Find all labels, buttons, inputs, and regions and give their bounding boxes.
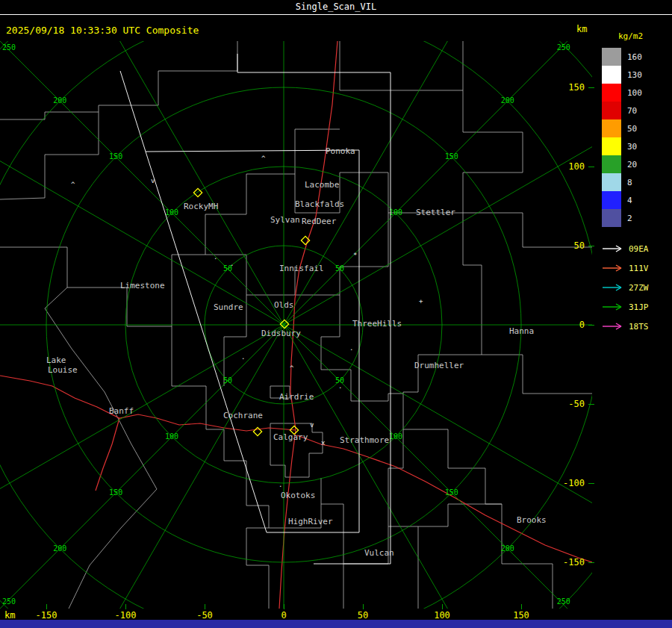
radar-map-canvas[interactable]: 5010015020025050100150200250501001502002…: [0, 41, 592, 609]
axis-tick-bottom: [363, 604, 364, 609]
radar-id-label: 111V: [629, 264, 649, 273]
axis-tick-bottom: [125, 604, 126, 609]
axis-tick-right: [588, 246, 594, 246]
scale-value: 70: [627, 106, 637, 116]
scale-value: 160: [627, 52, 642, 62]
color-scale: 16013010070503020842: [602, 48, 642, 227]
axis-tick-bottom: [442, 604, 443, 609]
axis-label-right: -150: [556, 557, 585, 568]
range-ring-label: 250: [557, 43, 570, 52]
radar-arrow-icon: [602, 322, 624, 331]
range-ring-label: 100: [389, 432, 402, 441]
scale-entry: 50: [602, 119, 642, 137]
axis-label-right: 50: [556, 240, 585, 251]
scale-value: 30: [627, 142, 637, 152]
scale-swatch: [602, 84, 621, 102]
axis-tick-right: [588, 87, 594, 88]
range-ring-label: 250: [2, 597, 16, 606]
axis-label-bottom: -150: [33, 610, 60, 621]
radar-legend-entry: 111V: [602, 258, 649, 278]
axis-label-bottom: 150: [508, 610, 535, 621]
range-ring-label: 150: [445, 152, 458, 161]
scale-entry: 20: [602, 155, 642, 173]
axis-tick-right: [588, 325, 594, 326]
axis-label-right: 0: [556, 320, 585, 330]
axis-label-bottom: -100: [112, 610, 139, 621]
axis-label-right: -100: [556, 478, 585, 488]
window-title: Single_Scan_VIL: [296, 1, 376, 12]
scale-value: 100: [627, 88, 642, 98]
range-ring-label: 200: [501, 544, 514, 553]
bottom-status-bar: [0, 620, 672, 628]
range-ring-label: 50: [223, 264, 232, 273]
radar-arrow-icon: [602, 302, 624, 311]
radar-id-label: 18TS: [629, 322, 649, 332]
radar-legend-entry: 27ZW: [602, 278, 649, 297]
range-ring-label: 50: [223, 376, 232, 385]
axis-label-bottom: 50: [349, 610, 376, 621]
scale-value: 2: [627, 214, 632, 223]
scale-swatch: [602, 209, 621, 227]
radar-site-markers: [193, 188, 309, 435]
radar-map-graphics: 5010015020025050100150200250501001502002…: [0, 41, 592, 609]
scale-entry: 100: [602, 84, 642, 102]
axis-tick-bottom: [46, 604, 47, 609]
scale-swatch: [602, 155, 621, 173]
axis-tick-bottom: [521, 604, 522, 609]
scale-entry: 70: [602, 102, 642, 119]
scale-value: 130: [627, 70, 642, 80]
range-ring-label: 50: [335, 264, 344, 273]
right-axis-unit: km: [576, 24, 587, 34]
scale-swatch: [602, 173, 621, 191]
radar-legend-entry: 18TS: [602, 317, 649, 336]
axis-label-right: -50: [556, 399, 585, 409]
axis-tick-right: [588, 483, 594, 484]
scale-value: 50: [627, 124, 637, 134]
scale-entry: 2: [602, 209, 642, 227]
axis-label-bottom: -50: [191, 610, 218, 621]
range-ring-label: 150: [109, 488, 122, 497]
bottom-axis-unit: km: [4, 610, 15, 621]
scan-timestamp: 2025/09/18 10:33:30 UTC Composite: [6, 25, 199, 36]
axis-tick-right: [588, 404, 594, 405]
scale-swatch: [602, 119, 621, 137]
range-ring-label: 150: [445, 488, 458, 497]
range-ring-label: 200: [501, 96, 514, 105]
radar-app-window: Single_Scan_VIL 2025/09/18 10:33:30 UTC …: [0, 0, 672, 628]
range-ring-label: 100: [165, 432, 178, 441]
radar-id-label: 09EA: [629, 244, 649, 254]
radar-arrow-icon: [602, 244, 624, 253]
scale-swatch: [602, 66, 621, 84]
range-rings-grid: 5010015020025050100150200250501001502002…: [0, 41, 592, 609]
radar-legend-entry: 31JP: [602, 297, 649, 317]
range-ring-label: 50: [335, 376, 344, 385]
range-ring-label: 250: [2, 43, 16, 52]
radar-legend-entry: 09EA: [602, 239, 649, 258]
scale-entry: 130: [602, 66, 642, 84]
axis-label-right: 150: [556, 82, 585, 93]
axis-tick-bottom: [284, 604, 284, 609]
scale-entry: 8: [602, 173, 642, 191]
radar-legend: 09EA111V27ZW31JP18TS: [602, 239, 649, 336]
title-bar: Single_Scan_VIL: [0, 0, 672, 15]
range-ring-label: 200: [53, 544, 66, 553]
scale-value: 20: [627, 160, 637, 170]
axis-tick-right: [588, 562, 594, 563]
scale-swatch: [602, 191, 621, 209]
axis-tick-bottom: [205, 604, 205, 609]
range-ring-label: 200: [53, 96, 66, 105]
range-ring-label: 100: [165, 208, 178, 217]
range-ring-label: 250: [557, 597, 570, 606]
scale-value: 8: [627, 178, 632, 187]
scale-entry: 30: [602, 137, 642, 155]
scale-swatch: [602, 137, 621, 155]
radar-id-label: 27ZW: [629, 283, 649, 293]
range-ring-label: 100: [389, 208, 402, 217]
radar-arrow-icon: [602, 283, 624, 292]
color-scale-unit: kg/m2: [618, 31, 643, 41]
radar-id-label: 31JP: [629, 302, 649, 312]
range-ring-label: 150: [109, 152, 122, 161]
radar-arrow-icon: [602, 264, 624, 273]
axis-tick-right: [588, 167, 594, 167]
scale-swatch: [602, 48, 621, 66]
